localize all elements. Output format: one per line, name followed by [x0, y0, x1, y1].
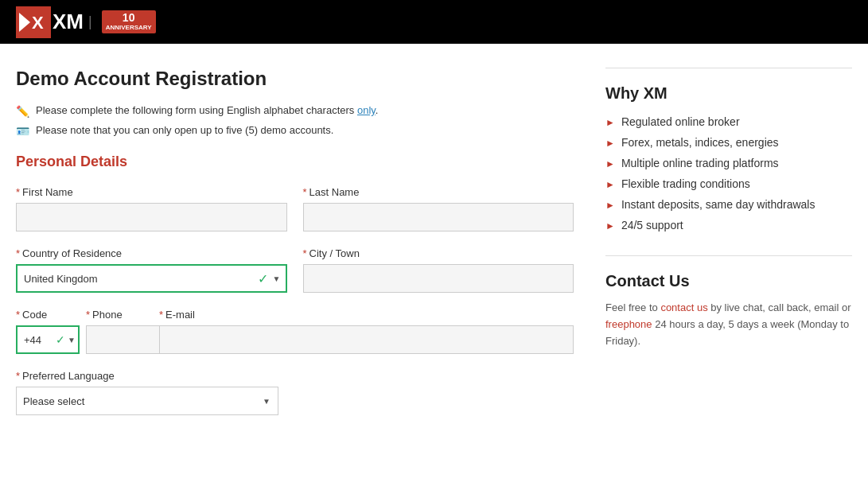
first-name-group: *First Name [16, 186, 287, 231]
header: X XM | 10 ANNIVERSARY [0, 0, 868, 44]
code-phone-email-row: *Code +44 +1 +49 ✓ ▼ [16, 309, 574, 354]
city-group: *City / Town [303, 247, 574, 293]
info-messages: ✏️ Please complete the following form us… [16, 104, 574, 138]
first-name-label: *First Name [16, 186, 287, 198]
personal-details-title: Personal Details [16, 154, 574, 170]
why-xm-item: ►Multiple online trading platforms [605, 157, 852, 169]
last-name-input[interactable] [303, 203, 574, 231]
only-link[interactable]: only [357, 104, 376, 116]
last-name-group: *Last Name [303, 186, 574, 231]
language-row: *Preferred Language Please select Englis… [16, 370, 574, 415]
logo-area: X XM | 10 ANNIVERSARY [16, 6, 156, 38]
code-subgroup: *Code +44 +1 +49 ✓ ▼ [16, 309, 80, 354]
id-icon: 🪪 [16, 125, 29, 138]
first-name-input[interactable] [16, 203, 287, 231]
bullet-arrow-icon: ► [605, 200, 615, 211]
info-line-2: 🪪 Please note that you can only open up … [16, 124, 574, 138]
country-label: *Country of Residence [16, 247, 287, 259]
contact-text: Feel free to contact us by live chat, ca… [605, 300, 852, 349]
svg-text:X: X [32, 13, 44, 33]
country-select[interactable]: United Kingdom United States Germany [16, 264, 287, 293]
bullet-arrow-icon: ► [605, 179, 615, 190]
country-group: *Country of Residence United Kingdom Uni… [16, 247, 287, 293]
logo-divider: | [88, 14, 92, 30]
bullet-arrow-icon: ► [605, 138, 615, 149]
pencil-icon: ✏️ [16, 105, 29, 118]
why-xm-item: ►Flexible trading conditions [605, 177, 852, 190]
main-container: Demo Account Registration ✏️ Please comp… [0, 44, 868, 455]
code-phone-group: *Code +44 +1 +49 ✓ ▼ [16, 309, 143, 354]
language-label: *Preferred Language [16, 370, 278, 382]
why-xm-item: ►Instant deposits, same day withdrawals [605, 198, 852, 211]
email-input[interactable] [159, 325, 574, 354]
why-xm-item: ►Regulated online broker [605, 115, 852, 128]
why-xm-title: Why XM [605, 84, 852, 103]
right-panel: Why XM ►Regulated online broker►Forex, m… [605, 68, 852, 431]
freephone-link[interactable]: freephone [605, 318, 652, 330]
left-panel: Demo Account Registration ✏️ Please comp… [16, 68, 574, 431]
city-input[interactable] [303, 264, 574, 293]
last-name-label: *Last Name [303, 186, 574, 198]
language-group: *Preferred Language Please select Englis… [16, 370, 278, 415]
country-select-wrap: United Kingdom United States Germany ✓ ▼ [16, 264, 287, 293]
why-xm-item: ►Forex, metals, indices, energies [605, 136, 852, 149]
city-label: *City / Town [303, 247, 574, 259]
email-group: *E-mail [159, 309, 574, 354]
bullet-arrow-icon: ► [605, 158, 615, 169]
why-xm-section: Why XM ►Regulated online broker►Forex, m… [605, 68, 852, 231]
info-line-1: ✏️ Please complete the following form us… [16, 104, 574, 118]
language-select-wrap: Please select English German Spanish ▼ [16, 387, 278, 415]
bullet-arrow-icon: ► [605, 117, 615, 128]
contact-us-link[interactable]: contact us [660, 301, 707, 313]
code-select[interactable]: +44 +1 +49 [16, 325, 80, 354]
logo-icon: X [16, 6, 51, 38]
country-city-row: *Country of Residence United Kingdom Uni… [16, 247, 574, 293]
bullet-arrow-icon: ► [605, 220, 615, 231]
contact-us-title: Contact Us [605, 272, 852, 290]
code-select-wrap: +44 +1 +49 ✓ ▼ [16, 325, 80, 354]
contact-us-section: Contact Us Feel free to contact us by li… [605, 255, 852, 349]
info-text-2: Please note that you can only open up to… [36, 124, 333, 136]
name-row: *First Name *Last Name [16, 186, 574, 231]
why-xm-item: ►24/5 support [605, 219, 852, 231]
logo-text: XM [53, 10, 84, 34]
code-label: *Code [16, 309, 80, 321]
email-label: *E-mail [159, 309, 574, 321]
why-xm-list: ►Regulated online broker►Forex, metals, … [605, 115, 852, 231]
language-select[interactable]: Please select English German Spanish [16, 387, 278, 415]
anniversary-badge: 10 ANNIVERSARY [102, 10, 156, 33]
page-title: Demo Account Registration [16, 68, 574, 90]
info-text-1: Please complete the following form using… [36, 104, 378, 116]
